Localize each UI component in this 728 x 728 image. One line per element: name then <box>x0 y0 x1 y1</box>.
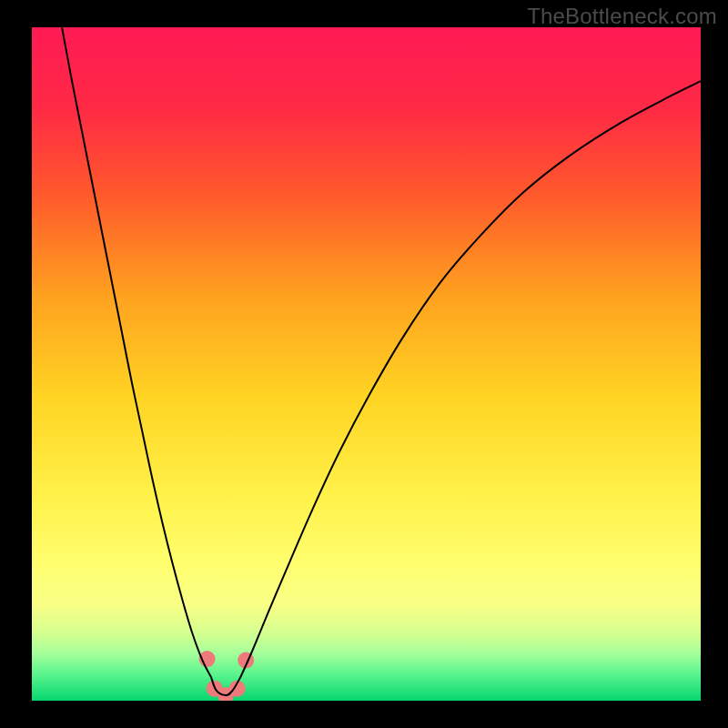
chart-plot-area <box>32 27 701 701</box>
watermark-text: TheBottleneck.com <box>527 4 717 29</box>
chart-canvas <box>32 27 701 701</box>
chart-background-gradient <box>32 27 701 701</box>
chart-frame: TheBottleneck.com <box>0 0 728 728</box>
